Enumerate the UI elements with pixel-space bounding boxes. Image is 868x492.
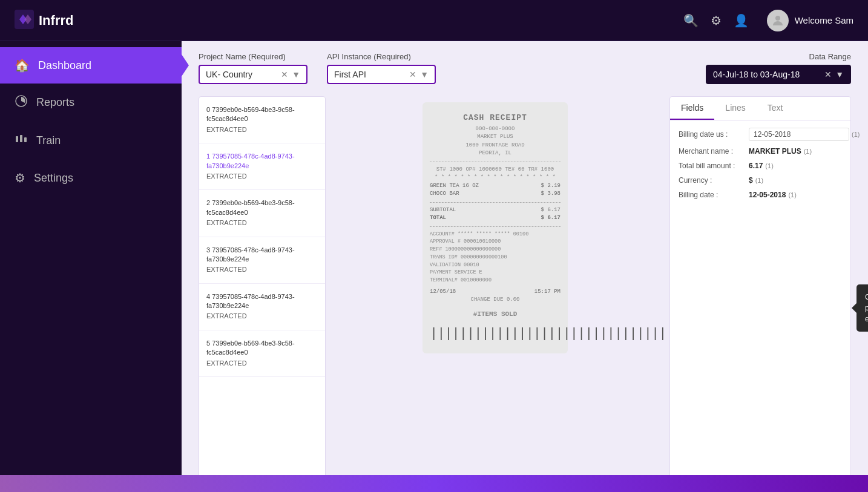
field-key-merchant: Merchant name : — [679, 147, 745, 156]
doc-status: EXTRACTED — [206, 312, 318, 321]
sidebar-item-label-dashboard: Dashboard — [38, 59, 91, 72]
user-icon[interactable]: 👤 — [734, 13, 749, 28]
date-filter-group: Data Range 04-Jul-18 to 03-Aug-18 ✕ ▼ — [706, 52, 851, 84]
sidebar-item-settings[interactable]: ⚙ Settings — [0, 160, 182, 196]
receipt-address: 1000 FRONTAGE ROAD — [430, 142, 561, 150]
receipt-items-sold: #ITEMS SOLD — [430, 309, 561, 320]
project-filter-group: Project Name (Required) UK- Country ✕ ▼ — [199, 52, 307, 84]
field-key-currency: Currency : — [679, 176, 745, 185]
tab-lines[interactable]: Lines — [714, 97, 756, 120]
currency-count: (1) — [755, 177, 763, 184]
bottom-bar — [0, 475, 868, 492]
project-arrow-icon[interactable]: ▼ — [292, 70, 300, 79]
doc-id: 1 73957085-478c-4ad8-9743-fa730b9e224e — [206, 152, 318, 171]
doc-status: EXTRACTED — [206, 125, 318, 134]
doc-id: 4 73957085-478c-4ad8-9743-fa730b9e224e — [206, 292, 318, 311]
svg-point-1 — [775, 16, 780, 21]
sidebar-item-label-settings: Settings — [34, 172, 73, 185]
date-filter-value: 04-Jul-18 to 03-Aug-18 — [713, 70, 821, 79]
fields-panel: Fields Lines Text Billing date us : (1) … — [669, 96, 851, 480]
date-filter-label: Data Range — [706, 52, 851, 61]
tooltip-text: Corrected values can be provided to over… — [865, 293, 868, 323]
api-arrow-icon[interactable]: ▼ — [420, 70, 429, 79]
doc-status: EXTRACTED — [206, 265, 318, 274]
project-filter-select[interactable]: UK- Country ✕ ▼ — [199, 65, 307, 84]
receipt-phone: 000-000-0000 — [430, 125, 561, 134]
receipt-item-2: CHOCO BAR$ 3.98 — [430, 190, 561, 198]
tab-fields[interactable]: Fields — [670, 97, 714, 120]
doc-status: EXTRACTED — [206, 172, 318, 181]
billing-date-value: 12-05-2018 — [749, 191, 786, 199]
doc-id: 5 7399eb0e-b569-4be3-9c58-fc5cac8d4ee0 — [206, 339, 318, 358]
api-filter-value: First API — [334, 70, 406, 79]
sidebar-item-label-train: Train — [36, 134, 61, 147]
avatar — [767, 10, 789, 31]
svg-rect-4 — [20, 135, 22, 142]
receipt-title: CASH RECEIPT — [430, 112, 561, 124]
field-value-billing-date: 12-05-2018 (1) — [749, 191, 797, 199]
api-filter-group: API Instance (Required) First API ✕ ▼ — [327, 52, 436, 84]
search-icon[interactable]: 🔍 — [683, 13, 699, 28]
doc-id: 3 73957085-478c-4ad8-9743-fa730b9e224e — [206, 246, 318, 264]
date-filter-select[interactable]: 04-Jul-18 to 03-Aug-18 ✕ ▼ — [706, 65, 851, 84]
date-arrow-icon[interactable]: ▼ — [835, 70, 844, 79]
receipt-store: MARKET PLUS — [430, 133, 561, 142]
train-icon — [15, 133, 28, 149]
receipt-card: CASH RECEIPT 000-000-0000 MARKET PLUS 10… — [422, 102, 568, 353]
logo-area: Infrrd — [15, 10, 683, 31]
currency-value: $ — [749, 176, 753, 185]
doc-status: EXTRACTED — [206, 359, 318, 368]
receipt-total: TOTAL$ 6.17 — [430, 214, 561, 223]
tab-text[interactable]: Text — [757, 97, 794, 120]
field-key-billing-date-us: Billing date us : — [679, 130, 745, 139]
project-filter-actions: ✕ ▼ — [281, 70, 300, 79]
list-item[interactable]: 3 73957085-478c-4ad8-9743-fa730b9e224e E… — [199, 237, 325, 284]
api-filter-select[interactable]: First API ✕ ▼ — [327, 65, 436, 84]
field-row-currency: Currency : $ (1) — [679, 176, 842, 185]
billing-date-us-count: (1) — [852, 131, 860, 138]
field-row-billing-date-us: Billing date us : (1) — [679, 128, 842, 141]
svg-rect-5 — [24, 137, 27, 142]
billing-date-us-input[interactable] — [749, 128, 849, 141]
total-bill-value: 6.17 — [749, 162, 763, 170]
billing-date-count: (1) — [788, 191, 796, 198]
list-item[interactable]: 5 7399eb0e-b569-4be3-9c58-fc5cac8d4ee0 E… — [199, 330, 325, 377]
list-item[interactable]: 1 73957085-478c-4ad8-9743-fa730b9e224e E… — [199, 143, 325, 190]
doc-id: 0 7399eb0e-b569-4be3-9c58-fc5cac8d4ee0 — [206, 105, 318, 124]
logo-icon — [15, 10, 34, 31]
receipt-datetime: 12/05/1815:17 PM — [430, 288, 561, 297]
document-list[interactable]: 0 7399eb0e-b569-4be3-9c58-fc5cac8d4ee0 E… — [199, 96, 326, 480]
merchant-value: MARKET PLUS — [749, 147, 801, 156]
receipt-barcode: ||||||||||||||||||||||||||||||||||||||| — [430, 324, 561, 344]
list-item[interactable]: 0 7399eb0e-b569-4be3-9c58-fc5cac8d4ee0 E… — [199, 97, 325, 143]
fields-content: Billing date us : (1) Merchant name : MA… — [670, 120, 850, 212]
topnav-actions: 🔍 ⚙ 👤 Welcome Sam — [683, 10, 853, 31]
api-filter-actions: ✕ ▼ — [409, 70, 429, 79]
welcome-text: Welcome Sam — [795, 15, 853, 25]
content-body: 0 7399eb0e-b569-4be3-9c58-fc5cac8d4ee0 E… — [182, 90, 868, 492]
field-value-currency: $ (1) — [749, 176, 763, 185]
field-row-merchant: Merchant name : MARKET PLUS (1) — [679, 147, 842, 156]
sidebar-item-dashboard[interactable]: 🏠 Dashboard — [0, 47, 182, 84]
receipt-separator: * * * * * * * * * * * * * * * * * * * — [430, 174, 561, 182]
logo-text: Infrrd — [39, 13, 73, 28]
tooltip-arrow — [852, 303, 856, 313]
api-clear-icon[interactable]: ✕ — [409, 70, 416, 79]
field-key-billing-date: Billing date : — [679, 191, 745, 199]
main-layout: 🏠 Dashboard Reports Train — [0, 41, 868, 492]
sidebar-item-train[interactable]: Train — [0, 122, 182, 160]
receipt-preview: CASH RECEIPT 000-000-0000 MARKET PLUS 10… — [326, 96, 665, 480]
merchant-count: (1) — [804, 148, 812, 155]
settings-icon: ⚙ — [15, 171, 25, 185]
list-item[interactable]: 2 7399eb0e-b569-4be3-9c58-fc5cac8d4ee0 E… — [199, 190, 325, 237]
gear-icon[interactable]: ⚙ — [711, 13, 722, 28]
receipt-subtotal: SUBTOTAL$ 6.17 — [430, 206, 561, 215]
filter-bar: Project Name (Required) UK- Country ✕ ▼ … — [182, 41, 868, 90]
project-clear-icon[interactable]: ✕ — [281, 70, 288, 79]
sidebar-item-reports[interactable]: Reports — [0, 84, 182, 122]
date-clear-icon[interactable]: ✕ — [824, 70, 832, 79]
reports-icon — [15, 94, 28, 111]
sidebar-item-label-reports: Reports — [36, 96, 74, 109]
receipt-item-1: GREEN TEA 16 OZ$ 2.19 — [430, 182, 561, 191]
list-item[interactable]: 4 73957085-478c-4ad8-9743-fa730b9e224e E… — [199, 284, 325, 330]
